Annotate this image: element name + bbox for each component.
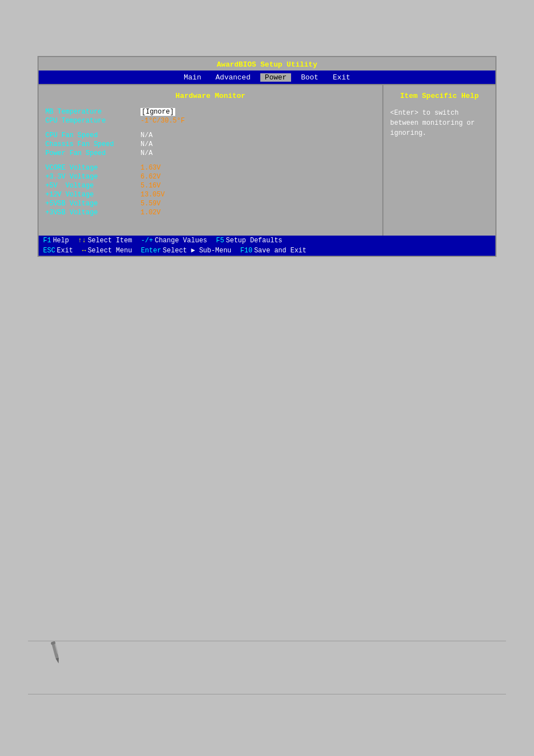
menu-item-power[interactable]: Power — [260, 73, 291, 82]
bottom-divider — [28, 694, 506, 694]
right-panel: Item Specific Help <Enter> to switch bet… — [383, 85, 495, 236]
5v-voltage-row: +5V Voltage 5.16V — [45, 182, 376, 190]
arrow-leftright: ↔ — [82, 247, 86, 255]
key-f1: F1 — [43, 237, 51, 245]
5v-voltage-value: 5.16V — [140, 182, 161, 190]
mb-temperature-value[interactable]: [Ignore] — [140, 108, 175, 116]
chassis-fan-speed-label: Chassis Fan Speed — [45, 140, 140, 148]
12v-voltage-value: 13.05V — [140, 191, 165, 199]
menu-item-exit[interactable]: Exit — [329, 73, 355, 82]
label-select-menu: Select Menu — [88, 247, 132, 255]
left-panel: Hardware Monitor MB Temperature [Ignore]… — [39, 85, 383, 236]
3vsb-voltage-row: +3VSB Voltage 1.02V — [45, 209, 376, 217]
33v-voltage-value: 6.62V — [140, 173, 161, 181]
key-f10: F10 — [240, 247, 252, 255]
label-help: Help — [53, 237, 69, 245]
bios-window: AwardBIOS Setup Utility Main Advanced Po… — [38, 56, 496, 257]
label-select-item: Select Item — [88, 237, 132, 245]
menu-item-main[interactable]: Main — [179, 73, 205, 82]
label-save-exit: Save and Exit — [254, 247, 307, 255]
mb-temperature-row: MB Temperature [Ignore] — [45, 108, 376, 116]
menu-item-boot[interactable]: Boot — [297, 73, 323, 82]
label-change-values: Change Values — [154, 237, 207, 245]
top-divider — [28, 641, 506, 641]
power-fan-speed-label: Power Fan Speed — [45, 149, 140, 157]
key-esc: ESC — [43, 247, 55, 255]
bios-title: AwardBIOS Setup Utility — [217, 60, 317, 69]
mb-temperature-label: MB Temperature — [45, 108, 140, 116]
cpu-temperature-label: CPU Temperature — [45, 117, 140, 125]
menu-bar: Main Advanced Power Boot Exit — [39, 71, 495, 84]
pen-icon — [45, 641, 67, 669]
svg-marker-1 — [55, 658, 60, 664]
label-exit: Exit — [57, 247, 73, 255]
main-content: Hardware Monitor MB Temperature [Ignore]… — [39, 84, 495, 236]
vcore-voltage-label: VCORE Voltage — [45, 164, 140, 172]
33v-voltage-row: +3.3V Voltage 6.62V — [45, 173, 376, 181]
left-panel-title: Hardware Monitor — [45, 92, 376, 100]
power-fan-speed-row: Power Fan Speed N/A — [45, 149, 376, 157]
key-change: -/+ — [141, 237, 153, 245]
chassis-fan-speed-row: Chassis Fan Speed N/A — [45, 140, 376, 148]
menu-item-advanced[interactable]: Advanced — [211, 73, 255, 82]
5vsb-voltage-value: 5.59V — [140, 200, 161, 208]
status-bar-row1: F1 Help ↑↓ Select Item -/+ Change Values… — [39, 236, 495, 246]
33v-voltage-label: +3.3V Voltage — [45, 173, 140, 181]
label-setup-defaults: Setup Defaults — [226, 237, 282, 245]
title-bar: AwardBIOS Setup Utility — [39, 57, 495, 71]
arrow-updown: ↑↓ — [78, 237, 86, 245]
12v-voltage-label: +12V Voltage — [45, 191, 140, 199]
cpu-fan-speed-label: CPU Fan Speed — [45, 132, 140, 139]
cpu-temperature-row: CPU Temperature -1°C/30.5°F — [45, 117, 376, 125]
key-enter: Enter — [141, 247, 161, 255]
label-select-submenu: Select ► Sub-Menu — [163, 247, 231, 255]
power-fan-speed-value: N/A — [140, 149, 153, 157]
5v-voltage-label: +5V Voltage — [45, 182, 140, 190]
5vsb-voltage-label: +5VSB Voltage — [45, 200, 140, 208]
5vsb-voltage-row: +5VSB Voltage 5.59V — [45, 200, 376, 208]
status-bar-row2: ESC Exit ↔ Select Menu Enter Select ► Su… — [39, 246, 495, 256]
3vsb-voltage-value: 1.02V — [140, 209, 161, 217]
key-f5: F5 — [216, 237, 224, 245]
cpu-fan-speed-row: CPU Fan Speed N/A — [45, 132, 376, 139]
cpu-fan-speed-value: N/A — [140, 132, 153, 139]
12v-voltage-row: +12V Voltage 13.05V — [45, 191, 376, 199]
chassis-fan-speed-value: N/A — [140, 140, 153, 148]
vcore-voltage-value: 1.63V — [140, 164, 161, 172]
help-text: <Enter> to switch between monitoring or … — [390, 108, 489, 138]
help-title: Item Specific Help — [390, 92, 489, 100]
cpu-temperature-value: -1°C/30.5°F — [140, 117, 185, 125]
3vsb-voltage-label: +3VSB Voltage — [45, 209, 140, 217]
vcore-voltage-row: VCORE Voltage 1.63V — [45, 164, 376, 172]
